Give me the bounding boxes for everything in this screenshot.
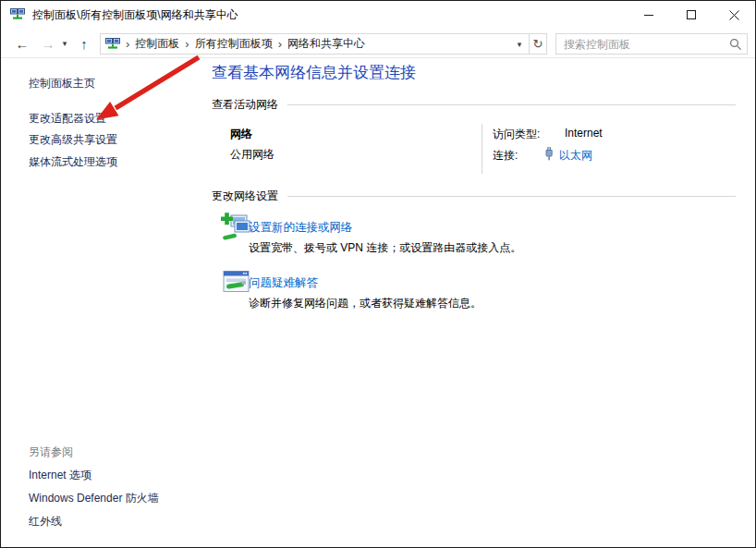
network-icon[interactable] — [105, 38, 120, 51]
maximize-button[interactable] — [670, 1, 713, 29]
titlebar: 控制面板\所有控制面板项\网络和共享中心 — [1, 1, 755, 29]
new-connection-icon — [221, 212, 250, 247]
sidebar-item-internet-options[interactable]: Internet 选项 — [29, 468, 91, 483]
refresh-icon[interactable]: ↻ — [529, 34, 546, 54]
breadcrumb-separator-icon[interactable]: › — [120, 34, 135, 54]
network-icon — [10, 7, 25, 22]
history-chevron-icon[interactable]: ▾ — [58, 32, 71, 55]
network-profile: 公用网络 — [230, 147, 274, 163]
window-controls — [628, 1, 755, 29]
section-rule — [287, 104, 736, 105]
setup-new-connection-link[interactable]: 设置新的连接或网络 — [249, 220, 353, 236]
forward-icon[interactable]: → — [36, 32, 60, 55]
breadcrumb-item-all-items[interactable]: 所有控制面板项 — [195, 36, 273, 52]
network-sharing-center-window: 控制面板\所有控制面板项\网络和共享中心 ← → ▾ ↑ — [0, 0, 756, 548]
network-name: 网络 — [230, 127, 252, 142]
see-also-header: 另请参阅 — [29, 444, 73, 460]
sidebar-item-change-adapter-settings[interactable]: 更改适配器设置 — [29, 111, 106, 127]
sidebar-item-windows-defender-firewall[interactable]: Windows Defender 防火墙 — [29, 491, 159, 506]
troubleshoot-icon — [223, 270, 250, 299]
breadcrumb-item-network-sharing[interactable]: 网络和共享中心 — [287, 36, 365, 52]
breadcrumb-item-control-panel[interactable]: 控制面板 — [135, 36, 179, 52]
search-box — [555, 33, 748, 55]
change-network-settings-section-header: 更改网络设置 — [212, 189, 736, 204]
breadcrumb-separator-icon[interactable]: › — [273, 34, 287, 54]
section-rule — [287, 196, 736, 197]
sidebar-item-media-streaming-options[interactable]: 媒体流式处理选项 — [29, 154, 117, 170]
up-icon[interactable]: ↑ — [73, 32, 95, 55]
access-type-value: Internet — [565, 127, 603, 140]
ethernet-link[interactable]: 以太网 — [559, 148, 592, 164]
address-dropdown-icon[interactable]: ▾ — [510, 40, 529, 49]
ethernet-plug-icon — [543, 146, 555, 164]
close-button[interactable] — [713, 1, 755, 29]
active-networks-section-header: 查看活动网络 — [212, 97, 736, 113]
minimize-button[interactable] — [628, 1, 670, 29]
troubleshoot-problems-link[interactable]: 问题疑难解答 — [249, 275, 318, 291]
active-networks-label: 查看活动网络 — [212, 97, 278, 113]
search-input[interactable] — [556, 35, 725, 53]
troubleshoot-problems-desc: 诊断并修复网络问题，或者获得疑难解答信息。 — [249, 296, 482, 311]
sidebar-item-control-panel-home[interactable]: 控制面板主页 — [29, 76, 95, 91]
connection-label: 连接: — [493, 148, 518, 164]
back-icon[interactable]: ← — [10, 32, 34, 55]
setup-new-connection-desc: 设置宽带、拨号或 VPN 连接；或设置路由器或接入点。 — [249, 240, 521, 256]
breadcrumb-separator-icon[interactable]: › — [179, 34, 194, 54]
change-network-settings-label: 更改网络设置 — [212, 189, 278, 204]
sidebar-item-change-advanced-sharing[interactable]: 更改高级共享设置 — [29, 132, 117, 148]
active-network-divider — [482, 124, 482, 174]
access-type-label: 访问类型: — [493, 127, 540, 142]
search-icon[interactable] — [725, 34, 747, 54]
window-title: 控制面板\所有控制面板项\网络和共享中心 — [32, 7, 238, 23]
sidebar-item-infrared[interactable]: 红外线 — [29, 514, 62, 530]
page-title: 查看基本网络信息并设置连接 — [212, 62, 416, 83]
breadcrumb: › 控制面板 › 所有控制面板项 › 网络和共享中心 ▾ ↻ — [100, 33, 547, 55]
